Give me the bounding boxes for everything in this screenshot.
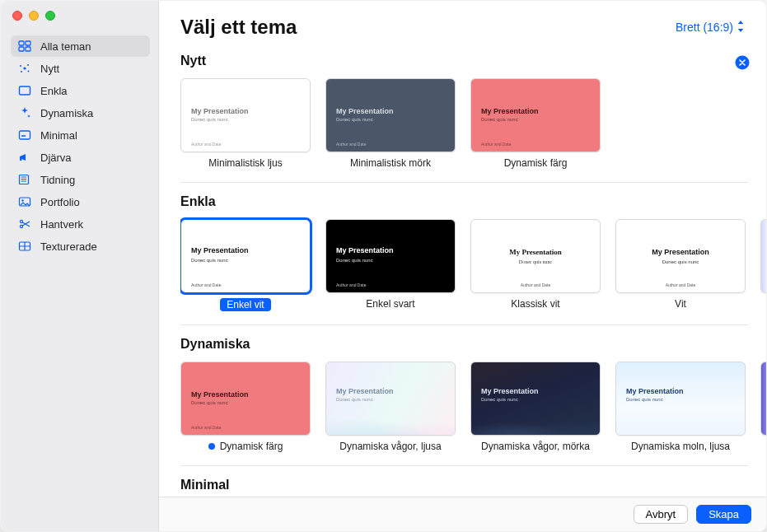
theme-minimalistisk-mork[interactable]: My Presentation Donec quis nunc Author a…	[325, 78, 456, 169]
section-title: Dynamiska	[180, 337, 766, 352]
aspect-ratio-label: Brett (16:9)	[676, 21, 733, 34]
theme-dynamiska-vagor-ljusa[interactable]: My Presentation Donec quis nunc Dynamisk…	[325, 362, 456, 452]
create-button[interactable]: Skapa	[696, 505, 751, 524]
thumb-footer: Author and Date	[481, 142, 511, 147]
content-row: Alla teman Nytt Enkla	[1, 1, 766, 531]
sidebar: Alla teman Nytt Enkla	[1, 1, 159, 531]
theme-dynamiska-vagor-morka[interactable]: My Presentation Donec quis nunc Dynamisk…	[470, 362, 601, 452]
svg-point-20	[20, 225, 22, 227]
thumb-subtitle: Donec quis nunc	[191, 400, 228, 405]
theme-row-enkla: My Presentation Donec quis nunc Author a…	[180, 212, 766, 324]
dismiss-section-icon[interactable]	[735, 55, 750, 70]
thumb-title: My Presentation	[481, 387, 539, 395]
main-header: Välj ett tema Brett (16:9)	[159, 1, 766, 42]
sidebar-item-label: Dynamiska	[40, 107, 93, 119]
theme-row-overflow-peek[interactable]	[760, 219, 766, 293]
sidebar-item-djarva[interactable]: Djärva	[11, 147, 150, 168]
sidebar-item-label: Minimal	[40, 129, 77, 142]
sidebar-item-label: Enkla	[40, 85, 68, 97]
sidebar-item-alla-teman[interactable]: Alla teman	[11, 35, 150, 57]
sidebar-item-texturerade[interactable]: Texturerade	[11, 236, 150, 257]
section-minimal: Minimal	[180, 466, 766, 492]
footer-bar: Avbryt Skapa	[159, 497, 766, 531]
theme-minimalistisk-ljus[interactable]: My Presentation Donec quis nunc Author a…	[180, 78, 311, 169]
svg-rect-10	[20, 131, 30, 139]
theme-klassisk-vit[interactable]: My Presentation Donec quis nunc Author a…	[470, 219, 601, 311]
sidebar-item-nytt[interactable]: Nytt	[11, 58, 150, 79]
stepper-icon	[737, 21, 745, 35]
aspect-ratio-select[interactable]: Brett (16:9)	[676, 21, 745, 35]
section-title: Enkla	[180, 194, 766, 209]
sidebar-item-label: Hantverk	[40, 218, 83, 231]
thumb-title: My Presentation	[509, 248, 562, 256]
sidebar-item-enkla[interactable]: Enkla	[11, 80, 150, 101]
sidebar-item-dynamiska[interactable]: Dynamiska	[11, 102, 150, 124]
sparkles-icon	[17, 105, 32, 120]
thumb-subtitle: Donec quis nunc	[191, 117, 228, 122]
sidebar-item-label: Alla teman	[40, 40, 91, 53]
theme-dynamisk-farg-nytt[interactable]: My Presentation Donec quis nunc Author a…	[470, 78, 601, 169]
thumb-footer: Author and Date	[336, 142, 366, 147]
thumb-subtitle: Donec quis nunc	[336, 397, 373, 402]
theme-label: Dynamisk färg	[504, 157, 568, 169]
section-enkla: Enkla My Presentation Donec quis nunc Au…	[180, 183, 766, 325]
theme-vit[interactable]: My Presentation Donec quis nunc Author a…	[615, 219, 746, 311]
zoom-window-icon[interactable]	[45, 11, 55, 21]
close-window-icon[interactable]	[12, 11, 22, 21]
thumb-subtitle: Donec quis nunc	[626, 397, 663, 402]
thumb-title: My Presentation	[336, 387, 394, 395]
thumb-title: My Presentation	[336, 107, 394, 115]
thumb-footer: Author and Date	[666, 282, 695, 287]
theme-label: Minimalistisk mörk	[350, 157, 431, 169]
thumb-subtitle: Donec quis nunc	[336, 258, 373, 263]
thumb-subtitle: Donec quis nunc	[481, 397, 518, 402]
svg-rect-0	[19, 41, 24, 45]
cancel-button[interactable]: Avbryt	[634, 505, 689, 524]
new-indicator-dot-icon	[208, 443, 215, 450]
svg-rect-1	[26, 41, 30, 45]
svg-rect-3	[26, 47, 30, 51]
sidebar-item-hantverk[interactable]: Hantverk	[11, 213, 150, 235]
theme-dynamiska-moln-ljusa[interactable]: My Presentation Donec quis nunc Dynamisk…	[615, 362, 746, 452]
sidebar-item-minimal[interactable]: Minimal	[11, 124, 150, 146]
theme-label-selected: Enkel vit	[220, 298, 270, 311]
theme-label: Vit	[675, 298, 686, 310]
theme-scroll-area[interactable]: Nytt My Presentation Donec quis nunc Aut…	[159, 42, 766, 497]
theme-label: Dynamisk färg	[220, 441, 283, 452]
text-block-icon	[17, 128, 32, 142]
thumb-title: My Presentation	[191, 246, 249, 254]
sidebar-item-portfolio[interactable]: Portfolio	[11, 191, 150, 212]
theme-enkel-vit[interactable]: My Presentation Donec quis nunc Author a…	[180, 219, 311, 311]
section-title: Minimal	[180, 478, 766, 492]
theme-dynamisk-farg[interactable]: My Presentation Donec quis nunc Author a…	[180, 362, 311, 452]
svg-point-4	[23, 67, 26, 69]
sidebar-item-label: Nytt	[40, 63, 59, 75]
theme-label: Klassisk vit	[511, 298, 559, 310]
sidebar-list: Alla teman Nytt Enkla	[1, 30, 158, 262]
theme-label: Dynamiska moln, ljusa	[631, 441, 730, 452]
grid-icon	[17, 39, 32, 54]
svg-point-5	[20, 65, 21, 67]
section-title: Nytt	[180, 54, 206, 68]
svg-rect-2	[19, 47, 24, 51]
minimize-window-icon[interactable]	[29, 11, 39, 21]
section-dynamiska: Dynamiska My Presentation Donec quis nun…	[180, 325, 766, 466]
theme-label: Minimalistisk ljus	[208, 157, 282, 169]
thumb-title: My Presentation	[336, 246, 394, 254]
page-title: Välj ett tema	[180, 16, 297, 39]
sidebar-item-tidning[interactable]: Tidning	[11, 169, 150, 190]
megaphone-icon	[17, 150, 32, 165]
svg-rect-9	[20, 86, 30, 95]
thumb-title: My Presentation	[626, 387, 684, 395]
thumb-title: My Presentation	[481, 107, 539, 115]
theme-enkel-svart[interactable]: My Presentation Donec quis nunc Author a…	[325, 219, 456, 311]
sidebar-item-label: Texturerade	[40, 240, 97, 253]
theme-row-nytt: My Presentation Donec quis nunc Author a…	[180, 72, 766, 182]
theme-row-overflow-peek[interactable]	[760, 362, 766, 436]
thumb-subtitle: Donec quis nunc	[191, 258, 228, 263]
window-controls	[1, 1, 158, 30]
newspaper-icon	[17, 172, 32, 187]
svg-point-7	[21, 71, 22, 72]
thumb-footer: Author and Date	[191, 425, 221, 430]
thumb-footer: Author and Date	[191, 142, 221, 147]
